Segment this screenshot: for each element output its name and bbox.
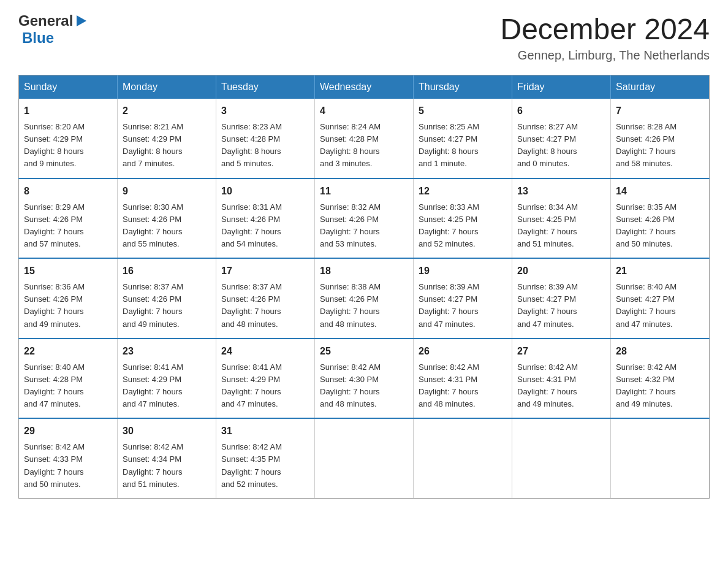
table-row: 19Sunrise: 8:39 AMSunset: 4:27 PMDayligh… (414, 258, 512, 339)
table-row (414, 418, 512, 498)
day-info: Sunrise: 8:42 AMSunset: 4:32 PMDaylight:… (616, 361, 704, 411)
day-number: 16 (123, 264, 211, 278)
table-row: 30Sunrise: 8:42 AMSunset: 4:34 PMDayligh… (118, 418, 216, 498)
day-number: 1 (24, 104, 112, 118)
calendar-week-row: 1Sunrise: 8:20 AMSunset: 4:29 PMDaylight… (19, 99, 710, 178)
day-info: Sunrise: 8:40 AMSunset: 4:28 PMDaylight:… (24, 361, 112, 411)
day-number: 13 (517, 184, 605, 199)
calendar-week-row: 22Sunrise: 8:40 AMSunset: 4:28 PMDayligh… (19, 339, 710, 419)
table-row: 17Sunrise: 8:37 AMSunset: 4:26 PMDayligh… (216, 258, 315, 339)
title-area: December 2024 Gennep, Limburg, The Nethe… (500, 12, 710, 63)
day-number: 4 (320, 104, 408, 118)
day-info: Sunrise: 8:33 AMSunset: 4:25 PMDaylight:… (419, 201, 507, 251)
day-info: Sunrise: 8:37 AMSunset: 4:26 PMDaylight:… (221, 281, 309, 331)
day-info: Sunrise: 8:32 AMSunset: 4:26 PMDaylight:… (320, 201, 408, 251)
day-info: Sunrise: 8:30 AMSunset: 4:26 PMDaylight:… (123, 201, 211, 251)
day-info: Sunrise: 8:41 AMSunset: 4:29 PMDaylight:… (123, 361, 211, 411)
day-info: Sunrise: 8:41 AMSunset: 4:29 PMDaylight:… (221, 361, 309, 411)
table-row: 26Sunrise: 8:42 AMSunset: 4:31 PMDayligh… (414, 339, 512, 419)
table-row: 10Sunrise: 8:31 AMSunset: 4:26 PMDayligh… (216, 178, 315, 259)
day-number: 19 (419, 264, 507, 278)
table-row: 28Sunrise: 8:42 AMSunset: 4:32 PMDayligh… (611, 339, 710, 419)
day-number: 20 (517, 264, 605, 278)
table-row: 25Sunrise: 8:42 AMSunset: 4:30 PMDayligh… (315, 339, 414, 419)
table-row: 8Sunrise: 8:29 AMSunset: 4:26 PMDaylight… (19, 178, 118, 259)
header-tuesday: Tuesday (216, 75, 315, 99)
table-row: 29Sunrise: 8:42 AMSunset: 4:33 PMDayligh… (19, 418, 118, 498)
table-row: 12Sunrise: 8:33 AMSunset: 4:25 PMDayligh… (414, 178, 512, 259)
table-row: 22Sunrise: 8:40 AMSunset: 4:28 PMDayligh… (19, 339, 118, 419)
day-info: Sunrise: 8:37 AMSunset: 4:26 PMDaylight:… (123, 281, 211, 331)
day-info: Sunrise: 8:28 AMSunset: 4:26 PMDaylight:… (616, 121, 704, 170)
table-row: 21Sunrise: 8:40 AMSunset: 4:27 PMDayligh… (611, 258, 710, 339)
table-row: 24Sunrise: 8:41 AMSunset: 4:29 PMDayligh… (216, 339, 315, 419)
day-info: Sunrise: 8:24 AMSunset: 4:28 PMDaylight:… (320, 121, 408, 170)
day-number: 10 (221, 184, 309, 199)
day-info: Sunrise: 8:40 AMSunset: 4:27 PMDaylight:… (616, 281, 704, 331)
table-row (315, 418, 414, 498)
day-info: Sunrise: 8:34 AMSunset: 4:25 PMDaylight:… (517, 201, 605, 251)
day-info: Sunrise: 8:27 AMSunset: 4:27 PMDaylight:… (517, 121, 605, 170)
logo-blue-text: Blue (22, 29, 54, 47)
day-number: 11 (320, 184, 408, 199)
calendar-week-row: 8Sunrise: 8:29 AMSunset: 4:26 PMDaylight… (19, 178, 710, 259)
table-row: 2Sunrise: 8:21 AMSunset: 4:29 PMDaylight… (118, 99, 216, 178)
table-row: 20Sunrise: 8:39 AMSunset: 4:27 PMDayligh… (512, 258, 611, 339)
header-thursday: Thursday (414, 75, 512, 99)
day-info: Sunrise: 8:42 AMSunset: 4:35 PMDaylight:… (221, 441, 309, 491)
day-info: Sunrise: 8:42 AMSunset: 4:30 PMDaylight:… (320, 361, 408, 411)
month-year-title: December 2024 (500, 12, 710, 46)
table-row: 13Sunrise: 8:34 AMSunset: 4:25 PMDayligh… (512, 178, 611, 259)
svg-marker-0 (77, 15, 86, 26)
day-number: 8 (24, 184, 112, 199)
day-info: Sunrise: 8:42 AMSunset: 4:31 PMDaylight:… (419, 361, 507, 411)
day-number: 5 (419, 104, 507, 118)
table-row (512, 418, 611, 498)
day-number: 29 (24, 424, 112, 439)
day-info: Sunrise: 8:42 AMSunset: 4:31 PMDaylight:… (517, 361, 605, 411)
table-row: 7Sunrise: 8:28 AMSunset: 4:26 PMDaylight… (611, 99, 710, 178)
day-number: 26 (419, 344, 507, 359)
table-row: 16Sunrise: 8:37 AMSunset: 4:26 PMDayligh… (118, 258, 216, 339)
table-row: 3Sunrise: 8:23 AMSunset: 4:28 PMDaylight… (216, 99, 315, 178)
table-row: 14Sunrise: 8:35 AMSunset: 4:26 PMDayligh… (611, 178, 710, 259)
day-info: Sunrise: 8:39 AMSunset: 4:27 PMDaylight:… (419, 281, 507, 331)
table-row: 6Sunrise: 8:27 AMSunset: 4:27 PMDaylight… (512, 99, 611, 178)
weekday-header-row: Sunday Monday Tuesday Wednesday Thursday… (19, 75, 710, 99)
logo: General Blue (18, 12, 88, 47)
day-number: 21 (616, 264, 704, 278)
header-saturday: Saturday (611, 75, 710, 99)
location-subtitle: Gennep, Limburg, The Netherlands (500, 48, 710, 63)
table-row (611, 418, 710, 498)
day-info: Sunrise: 8:31 AMSunset: 4:26 PMDaylight:… (221, 201, 309, 251)
day-info: Sunrise: 8:36 AMSunset: 4:26 PMDaylight:… (24, 281, 112, 331)
day-number: 30 (123, 424, 211, 439)
table-row: 9Sunrise: 8:30 AMSunset: 4:26 PMDaylight… (118, 178, 216, 259)
day-number: 18 (320, 264, 408, 278)
calendar-week-row: 29Sunrise: 8:42 AMSunset: 4:33 PMDayligh… (19, 418, 710, 498)
day-info: Sunrise: 8:42 AMSunset: 4:33 PMDaylight:… (24, 441, 112, 491)
day-number: 12 (419, 184, 507, 199)
day-number: 28 (616, 344, 704, 359)
day-number: 9 (123, 184, 211, 199)
table-row: 11Sunrise: 8:32 AMSunset: 4:26 PMDayligh… (315, 178, 414, 259)
day-info: Sunrise: 8:21 AMSunset: 4:29 PMDaylight:… (123, 121, 211, 170)
calendar-week-row: 15Sunrise: 8:36 AMSunset: 4:26 PMDayligh… (19, 258, 710, 339)
day-info: Sunrise: 8:38 AMSunset: 4:26 PMDaylight:… (320, 281, 408, 331)
day-info: Sunrise: 8:39 AMSunset: 4:27 PMDaylight:… (517, 281, 605, 331)
header-sunday: Sunday (19, 75, 118, 99)
day-number: 15 (24, 264, 112, 278)
day-number: 25 (320, 344, 408, 359)
table-row: 5Sunrise: 8:25 AMSunset: 4:27 PMDaylight… (414, 99, 512, 178)
page-header: General Blue December 2024 Gennep, Limbu… (18, 12, 710, 63)
day-info: Sunrise: 8:35 AMSunset: 4:26 PMDaylight:… (616, 201, 704, 251)
table-row: 27Sunrise: 8:42 AMSunset: 4:31 PMDayligh… (512, 339, 611, 419)
table-row: 18Sunrise: 8:38 AMSunset: 4:26 PMDayligh… (315, 258, 414, 339)
day-number: 31 (221, 424, 309, 439)
table-row: 1Sunrise: 8:20 AMSunset: 4:29 PMDaylight… (19, 99, 118, 178)
logo-arrow-icon (74, 14, 88, 28)
day-info: Sunrise: 8:25 AMSunset: 4:27 PMDaylight:… (419, 121, 507, 170)
logo-general-text: General (18, 12, 73, 29)
day-number: 6 (517, 104, 605, 118)
calendar-table: Sunday Monday Tuesday Wednesday Thursday… (18, 75, 710, 499)
